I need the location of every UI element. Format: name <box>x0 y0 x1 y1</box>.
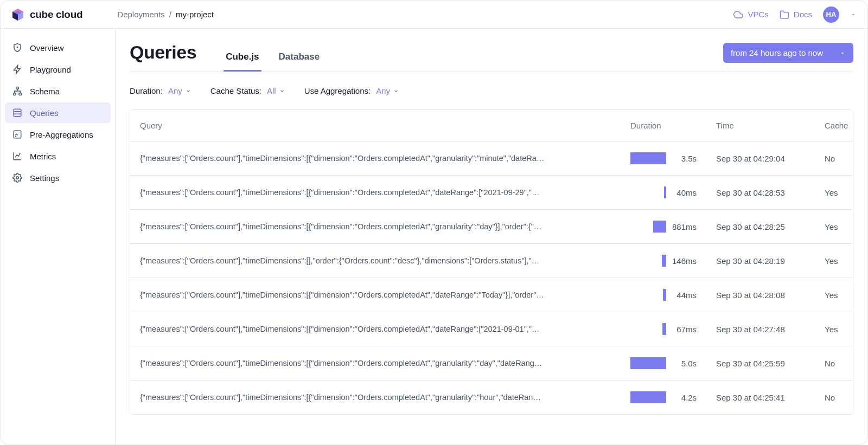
cell-duration: 881ms <box>621 210 706 243</box>
cell-cache: Yes <box>815 314 853 345</box>
svg-rect-3 <box>19 93 22 95</box>
breadcrumb-current[interactable]: my-project <box>176 10 214 19</box>
cell-query: {"measures":["Orders.count"],"timeDimens… <box>130 348 621 378</box>
folder-icon <box>780 10 789 20</box>
duration-bar <box>630 152 666 164</box>
duration-text: 44ms <box>672 291 697 300</box>
main-content: Queries Cube.jsDatabase from 24 hours ag… <box>116 29 867 444</box>
logo[interactable]: cube cloud <box>11 8 82 21</box>
table-row[interactable]: {"measures":["Orders.count"],"timeDimens… <box>130 380 853 414</box>
duration-bar <box>630 357 666 369</box>
cell-time: Sep 30 at 04:28:08 <box>706 280 815 311</box>
sidebar-item-label: Schema <box>30 87 60 96</box>
sidebar-item-label: Settings <box>30 173 59 183</box>
queries-icon <box>12 108 22 118</box>
table-row[interactable]: {"measures":["Orders.count"],"timeDimens… <box>130 141 853 176</box>
sidebar-item-overview[interactable]: Overview <box>5 37 111 58</box>
duration-bar <box>653 221 666 233</box>
duration-bar <box>664 186 666 198</box>
gear-icon <box>12 173 22 183</box>
duration-text: 3.5s <box>672 154 697 163</box>
th-query[interactable]: Query <box>130 110 621 141</box>
filters: Duration: Any Cache Status: All Use Aggr… <box>130 72 853 109</box>
sidebar-item-settings[interactable]: Settings <box>5 167 111 188</box>
sidebar-item-label: Queries <box>30 108 59 118</box>
duration-text: 40ms <box>672 188 697 197</box>
preagg-icon <box>12 130 22 139</box>
cell-time: Sep 30 at 04:28:19 <box>706 246 815 276</box>
cell-cache: Yes <box>815 280 853 311</box>
cell-query: {"measures":["Orders.count"],"timeDimens… <box>130 177 621 208</box>
svg-rect-4 <box>14 109 21 117</box>
cloud-icon <box>733 10 743 20</box>
cell-cache: No <box>815 348 853 379</box>
svg-point-9 <box>16 177 19 179</box>
sidebar-item-label: Playground <box>30 65 71 74</box>
sidebar-item-queries[interactable]: Queries <box>5 102 111 123</box>
th-time[interactable]: Time <box>706 110 815 141</box>
vpcs-link[interactable]: VPCs <box>733 10 768 20</box>
table-row[interactable]: {"measures":["Orders.count"],"timeDimens… <box>130 244 853 278</box>
cell-cache: No <box>815 382 853 413</box>
cell-cache: Yes <box>815 211 853 242</box>
cell-duration: 4.2s <box>621 380 706 414</box>
filter-duration-label: Duration: <box>130 86 163 95</box>
filter-cache-value[interactable]: All <box>267 86 285 95</box>
tab-database[interactable]: Database <box>277 44 322 72</box>
duration-text: 5.0s <box>672 359 697 368</box>
sidebar-item-metrics[interactable]: Metrics <box>5 146 111 166</box>
table-row[interactable]: {"measures":["Orders.count"],"timeDimens… <box>130 176 853 210</box>
duration-text: 67ms <box>672 325 697 334</box>
tab-cube-js[interactable]: Cube.js <box>224 44 261 72</box>
metrics-icon <box>12 151 22 161</box>
cell-duration: 67ms <box>621 312 706 346</box>
sidebar-item-schema[interactable]: Schema <box>5 81 111 101</box>
sidebar: OverviewPlaygroundSchemaQueriesPre-Aggre… <box>1 29 116 444</box>
duration-bar <box>630 391 666 403</box>
svg-rect-1 <box>16 87 19 89</box>
sidebar-item-pre-aggregations[interactable]: Pre-Aggregations <box>5 124 111 145</box>
filter-cache-label: Cache Status: <box>210 86 261 95</box>
duration-text: 881ms <box>672 222 697 231</box>
sidebar-item-label: Metrics <box>30 152 56 161</box>
duration-bar <box>662 255 666 267</box>
table-row[interactable]: {"measures":["Orders.count"],"timeDimens… <box>130 346 853 380</box>
time-range-button[interactable]: from 24 hours ago to now <box>723 43 853 63</box>
duration-bar <box>662 323 666 335</box>
filter-duration-value[interactable]: Any <box>168 86 191 95</box>
table-header: Query Duration Time Cache <box>130 110 853 141</box>
svg-point-0 <box>17 47 18 48</box>
cell-duration: 44ms <box>621 278 706 312</box>
shield-icon <box>12 43 22 53</box>
cell-time: Sep 30 at 04:28:53 <box>706 177 815 208</box>
cell-duration: 3.5s <box>621 141 706 175</box>
cell-query: {"measures":["Orders.count"],"timeDimens… <box>130 143 621 173</box>
cell-time: Sep 30 at 04:29:04 <box>706 143 815 174</box>
brand-text: cube cloud <box>30 9 82 21</box>
sidebar-item-label: Pre-Aggregations <box>30 130 93 139</box>
duration-bar <box>663 289 666 301</box>
cell-time: Sep 30 at 04:27:48 <box>706 314 815 345</box>
th-cache[interactable]: Cache <box>815 110 853 141</box>
sidebar-item-playground[interactable]: Playground <box>5 59 111 80</box>
table-row[interactable]: {"measures":["Orders.count"],"timeDimens… <box>130 210 853 244</box>
th-duration[interactable]: Duration <box>621 110 706 141</box>
cell-time: Sep 30 at 04:25:59 <box>706 348 815 379</box>
cell-cache: Yes <box>815 246 853 276</box>
cell-query: {"measures":["Orders.count"],"timeDimens… <box>130 246 621 276</box>
docs-link[interactable]: Docs <box>780 10 812 20</box>
duration-text: 146ms <box>672 256 697 266</box>
cell-duration: 146ms <box>621 244 706 278</box>
cell-query: {"measures":["Orders.count"],"timeDimens… <box>130 211 621 242</box>
table-row[interactable]: {"measures":["Orders.count"],"timeDimens… <box>130 278 853 312</box>
breadcrumb: Deployments / my-project <box>117 10 214 19</box>
cell-query: {"measures":["Orders.count"],"timeDimens… <box>130 280 621 310</box>
page-title: Queries <box>130 42 196 72</box>
chevron-down-icon <box>393 88 399 94</box>
table-row[interactable]: {"measures":["Orders.count"],"timeDimens… <box>130 312 853 346</box>
avatar[interactable]: HA <box>823 7 839 23</box>
user-menu-caret-icon[interactable] <box>850 11 857 18</box>
breadcrumb-root[interactable]: Deployments <box>117 10 165 19</box>
filter-agg-value[interactable]: Any <box>376 86 399 95</box>
cell-time: Sep 30 at 04:25:41 <box>706 382 815 413</box>
